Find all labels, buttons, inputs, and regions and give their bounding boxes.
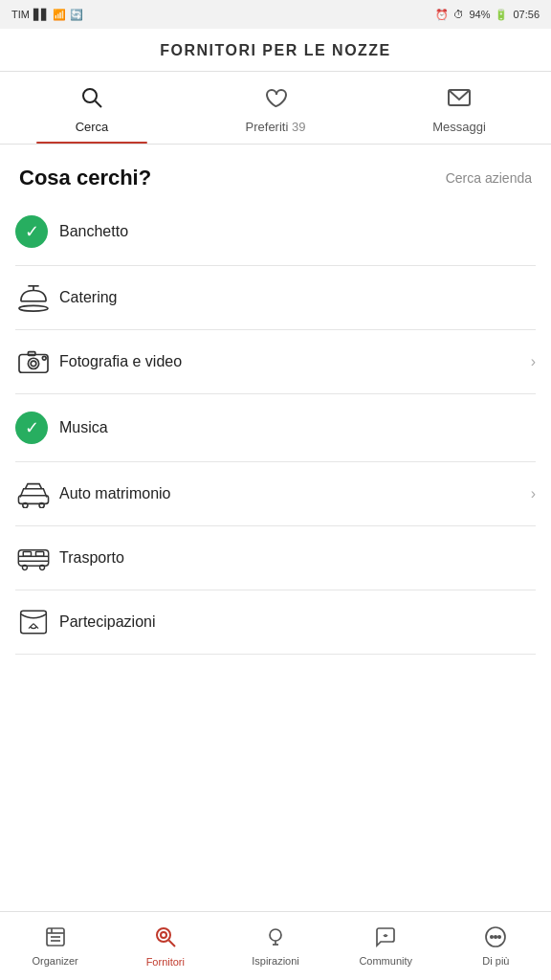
signal-icon: ▋▋ (33, 9, 49, 21)
nav-item-dipiu[interactable]: Di più (441, 920, 551, 972)
list-item[interactable]: ✓ Musica (15, 394, 536, 462)
category-name: Musica (59, 419, 536, 436)
search-title: Cosa cerchi? (19, 166, 151, 190)
clock-icon: ⏱ (453, 9, 464, 20)
community-icon (374, 925, 397, 952)
svg-point-11 (42, 356, 46, 360)
page-title: FORNITORI PER LE NOZZE (0, 42, 551, 59)
ispirazioni-icon (264, 925, 287, 952)
carrier-label: TIM (11, 9, 30, 20)
trasporto-icon-wrap (15, 544, 59, 572)
check-icon: ✓ (15, 215, 48, 248)
nav-ispirazioni-label: Ispirazioni (252, 955, 299, 967)
cerca-azienda-link[interactable]: Cerca azienda (446, 170, 532, 186)
chevron-down-icon: › (531, 353, 536, 370)
photo-icon-wrap (15, 347, 59, 376)
list-item[interactable]: Fotografia e video › (15, 330, 536, 394)
tab-messaggi[interactable]: Messaggi (367, 72, 551, 144)
catering-icon-wrap (15, 283, 59, 312)
svg-point-18 (40, 565, 45, 569)
alarm-icon: ⏰ (435, 9, 449, 21)
svg-rect-22 (35, 551, 43, 556)
svg-rect-21 (23, 551, 31, 556)
wifi-icon: 📶 (53, 9, 66, 21)
status-left: TIM ▋▋ 📶 🔄 (11, 9, 83, 21)
svg-rect-24 (21, 611, 47, 633)
list-item[interactable]: Partecipazioni (15, 590, 536, 655)
tabs-container: Cerca Preferiti 39 Messaggi (0, 72, 551, 145)
dipiu-icon (484, 925, 507, 952)
bottom-nav: Organizer Fornitori Ispirazioni (0, 911, 551, 980)
heart-icon (263, 85, 288, 114)
battery-icon: 🔋 (495, 9, 508, 21)
svg-line-32 (168, 941, 175, 947)
svg-point-8 (28, 358, 38, 368)
svg-point-31 (161, 932, 166, 938)
mail-icon (447, 85, 472, 114)
list-item[interactable]: Catering (15, 266, 536, 330)
banchetto-icon-wrap: ✓ (15, 215, 59, 248)
svg-point-3 (19, 305, 48, 311)
time-label: 07:56 (513, 9, 540, 20)
svg-point-17 (22, 565, 27, 569)
nav-item-fornitori[interactable]: Fornitori (110, 919, 220, 973)
page-title-bar: FORNITORI PER LE NOZZE (0, 29, 551, 72)
nav-dipiu-label: Di più (482, 955, 509, 967)
organizer-icon (44, 925, 67, 952)
svg-point-0 (83, 89, 97, 102)
nav-organizer-label: Organizer (32, 955, 77, 967)
svg-point-30 (157, 928, 170, 942)
search-icon (79, 85, 104, 114)
category-name: Banchetto (59, 223, 536, 240)
svg-point-9 (31, 361, 36, 367)
list-item[interactable]: ✓ Banchetto (15, 198, 536, 266)
fornitori-icon (153, 924, 178, 953)
list-item[interactable]: Trasporto (15, 526, 536, 590)
preferiti-badge: 39 (292, 120, 305, 134)
chevron-down-icon: › (531, 485, 536, 502)
nav-item-community[interactable]: Community (331, 920, 441, 972)
musica-icon-wrap: ✓ (15, 412, 59, 444)
nav-community-label: Community (359, 955, 412, 967)
category-name: Auto matrimonio (59, 485, 523, 502)
category-name: Partecipazioni (59, 613, 536, 631)
status-bar: TIM ▋▋ 📶 🔄 ⏰ ⏱ 94% 🔋 07:56 (0, 0, 551, 29)
search-section: Cosa cerchi? Cerca azienda (0, 145, 551, 198)
sync-icon: 🔄 (70, 9, 83, 21)
nav-item-organizer[interactable]: Organizer (0, 920, 110, 972)
svg-point-39 (498, 936, 500, 938)
tab-messaggi-label: Messaggi (432, 120, 486, 134)
tab-cerca[interactable]: Cerca (0, 72, 184, 144)
category-list: ✓ Banchetto Catering Foto (0, 198, 551, 655)
nav-fornitori-label: Fornitori (146, 956, 185, 968)
nav-item-ispirazioni[interactable]: Ispirazioni (220, 920, 330, 972)
auto-icon-wrap (15, 479, 59, 508)
svg-rect-10 (28, 352, 35, 356)
list-item[interactable]: Auto matrimonio › (15, 462, 536, 526)
tab-cerca-label: Cerca (76, 120, 109, 134)
tab-preferiti-label: Preferiti 39 (246, 120, 306, 134)
check-icon: ✓ (15, 412, 48, 444)
tab-preferiti[interactable]: Preferiti 39 (184, 72, 367, 144)
category-name: Catering (59, 289, 536, 306)
svg-point-38 (495, 936, 496, 938)
category-name: Trasporto (59, 549, 536, 567)
svg-point-37 (491, 936, 493, 938)
svg-point-33 (270, 929, 281, 941)
status-right: ⏰ ⏱ 94% 🔋 07:56 (435, 9, 540, 21)
battery-label: 94% (469, 9, 490, 20)
category-name: Fotografia e video (59, 353, 523, 370)
svg-rect-12 (18, 496, 48, 504)
partecipazioni-icon-wrap (15, 608, 59, 636)
svg-line-1 (96, 101, 102, 108)
